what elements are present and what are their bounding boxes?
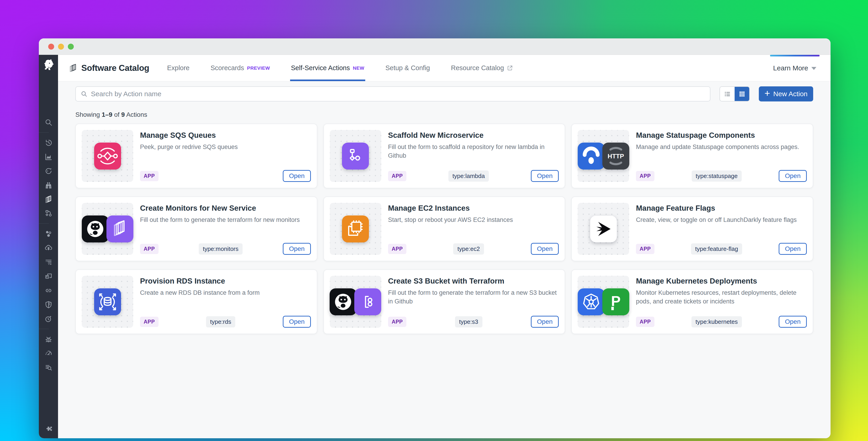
open-button[interactable]: Open: [779, 316, 807, 328]
action-card[interactable]: Manage SQS QueuesPeek, purge or redrive …: [75, 124, 317, 188]
search-box[interactable]: [75, 86, 710, 101]
sidebar-item-metrics-chart[interactable]: [39, 150, 58, 164]
tab-self-service-actions[interactable]: Self-Service ActionsNEW: [291, 55, 364, 81]
action-thumbnail: HTTP: [578, 130, 629, 182]
list-view-button[interactable]: [720, 87, 735, 101]
minimize-button[interactable]: [58, 43, 64, 50]
tab-scorecards[interactable]: ScorecardsPREVIEW: [211, 55, 270, 81]
history-icon: [44, 139, 53, 147]
type-tag-zone: type:s3: [406, 316, 531, 327]
action-card-body: Create S3 Bucket with TerraformFill out …: [388, 276, 559, 328]
action-description: Fill out the form to scaffold a reposito…: [388, 143, 559, 160]
close-button[interactable]: [48, 43, 54, 50]
tab-label: Self-Service Actions: [291, 64, 350, 72]
service-icon-layers-purple: [106, 215, 133, 242]
tab-resource-catalog[interactable]: Resource Catalog: [451, 55, 513, 81]
action-card[interactable]: Scaffold New MicroserviceFill out the fo…: [323, 124, 565, 188]
type-tag: type:statuspage: [692, 171, 742, 182]
sidebar-item-gauge[interactable]: [39, 346, 58, 360]
open-button[interactable]: Open: [779, 243, 807, 255]
action-description: Start, stop or reboot your AWS EC2 insta…: [388, 216, 559, 225]
rum-windows-icon: [44, 272, 53, 281]
maximize-button[interactable]: [68, 43, 74, 50]
sidebar-item-search[interactable]: [39, 115, 58, 129]
window-titlebar: [39, 38, 831, 55]
service-icon-aws-sqs: [94, 143, 121, 170]
action-card[interactable]: Provision RDS InstanceCreate a new RDS D…: [75, 269, 317, 334]
action-thumbnail: [82, 276, 133, 328]
timer-sparkle-icon: [44, 315, 53, 323]
action-card[interactable]: HTTPManage Statuspage ComponentsManage a…: [571, 124, 813, 188]
tab-label: Explore: [167, 64, 189, 72]
open-button[interactable]: Open: [283, 243, 311, 255]
link-icon: [44, 286, 53, 295]
action-description: Fill out the form to generate the terraf…: [388, 289, 559, 306]
sidebar: [39, 55, 58, 438]
new-action-button[interactable]: + New Action: [759, 86, 813, 101]
sidebar-item-trace-filter[interactable]: [39, 255, 58, 269]
sidebar-item-service-shapes[interactable]: [39, 227, 58, 241]
action-card[interactable]: Create Monitors for New ServiceFill out …: [75, 197, 317, 261]
summary-unit: Actions: [126, 111, 147, 118]
open-button[interactable]: Open: [779, 170, 807, 182]
sidebar-item-software-catalog[interactable]: [39, 192, 58, 206]
learn-more-menu[interactable]: Learn More: [772, 55, 818, 81]
type-tag: type:lambda: [448, 171, 489, 182]
open-button[interactable]: Open: [531, 316, 559, 328]
action-title: Create Monitors for New Service: [140, 204, 311, 212]
action-card[interactable]: Create S3 Bucket with TerraformFill out …: [323, 269, 565, 334]
sidebar-item-rum-windows[interactable]: [39, 269, 58, 283]
type-tag: type:feature-flag: [691, 243, 742, 255]
software-catalog-icon: [68, 63, 78, 73]
sidebar-item-binoculars[interactable]: [39, 178, 58, 192]
page-title: Software Catalog: [81, 63, 149, 73]
sidebar-item-timer-sparkle[interactable]: [39, 312, 58, 326]
sidebar-item-security-shield[interactable]: [39, 297, 58, 312]
software-catalog-icon: [44, 195, 53, 204]
action-title: Provision RDS Instance: [140, 277, 311, 285]
tab-setup-config[interactable]: Setup & Config: [385, 55, 430, 81]
actions-toolbar: + New Action: [75, 86, 813, 101]
service-icon-pagerduty: P: [602, 288, 629, 315]
app-badge: APP: [140, 317, 158, 327]
sidebar-item-history[interactable]: [39, 136, 58, 150]
type-tag: type:s3: [455, 316, 483, 327]
action-title: Manage Statuspage Components: [636, 131, 807, 140]
action-card[interactable]: PManage Kubernetes DeploymentsMonitor Ku…: [571, 269, 813, 334]
sidebar-item-log-search[interactable]: [39, 360, 58, 375]
binoculars-icon: [44, 181, 53, 189]
open-button[interactable]: Open: [531, 170, 559, 182]
action-card-footer: APPtype:monitorsOpen: [140, 243, 311, 255]
sidebar-item-cloud-cost[interactable]: [39, 241, 58, 255]
tab-explore[interactable]: Explore: [167, 55, 189, 81]
action-card-footer: APPtype:statuspageOpen: [636, 170, 807, 182]
service-icon-github: [330, 288, 356, 315]
open-button[interactable]: Open: [531, 243, 559, 255]
new-action-label: New Action: [773, 90, 807, 98]
action-title: Scaffold New Microservice: [388, 131, 559, 140]
open-button[interactable]: Open: [283, 316, 311, 328]
type-tag: type:monitors: [199, 243, 243, 255]
sidebar-item-link[interactable]: [39, 283, 58, 297]
plus-icon: +: [765, 89, 770, 98]
action-description: Manage and update Statuspage components …: [636, 143, 807, 151]
action-title: Manage SQS Queues: [140, 131, 311, 140]
sidebar-item-puzzle[interactable]: [39, 422, 58, 436]
action-thumbnail: [578, 203, 629, 255]
sidebar-divider: [39, 329, 49, 329]
action-card-footer: APPtype:lambdaOpen: [388, 170, 559, 182]
action-card[interactable]: Manage EC2 InstancesStart, stop or reboo…: [323, 197, 565, 261]
open-button[interactable]: Open: [283, 170, 311, 182]
search-input[interactable]: [91, 90, 705, 98]
datadog-logo-icon[interactable]: [41, 58, 55, 73]
action-card-body: Manage SQS QueuesPeek, purge or redrive …: [140, 130, 311, 182]
grid-view-button[interactable]: [735, 87, 749, 101]
action-card[interactable]: Manage Feature FlagsCreate, view, or tog…: [571, 197, 813, 261]
sidebar-item-sync-circle[interactable]: [39, 164, 58, 178]
sidebar-item-bug[interactable]: [39, 332, 58, 346]
sidebar-item-workflow[interactable]: [39, 206, 58, 220]
action-title: Manage Feature Flags: [636, 204, 807, 212]
service-icon-aws-rds: [94, 288, 121, 315]
workflow-icon: [44, 209, 53, 218]
type-tag-zone: type:lambda: [406, 171, 531, 182]
